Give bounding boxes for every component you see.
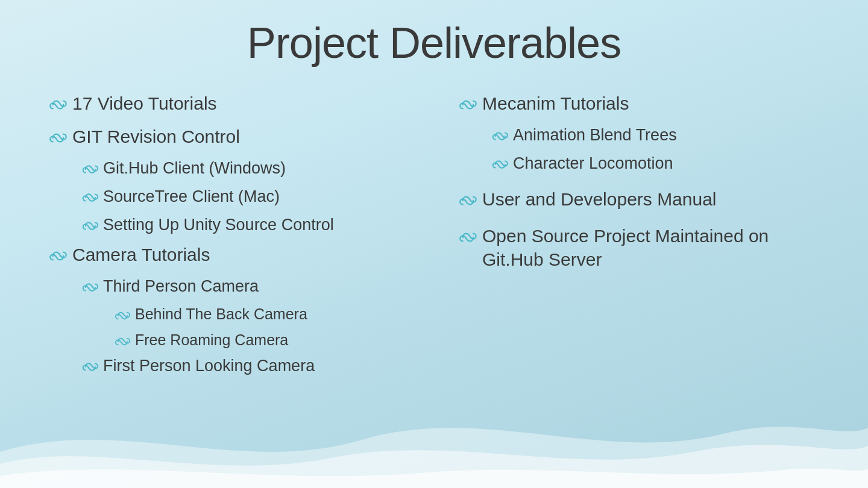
item-label: User and Developers Manual xyxy=(482,187,717,211)
list-item: Behind The Back Camera xyxy=(115,304,410,325)
item-label: Character Locomotion xyxy=(513,153,673,174)
list-item: User and Developers Manual xyxy=(458,187,820,212)
list-item: SourceTree Client (Mac) xyxy=(81,186,410,208)
list-item: Open Source Project Maintained on Git.Hu… xyxy=(458,224,820,271)
loop-icon xyxy=(81,159,98,180)
item-label: 17 Video Tutorials xyxy=(72,92,217,115)
loop-icon xyxy=(81,187,98,208)
loop-icon xyxy=(48,93,68,116)
loop-icon xyxy=(491,154,508,175)
loop-icon xyxy=(491,126,508,147)
loop-icon xyxy=(48,244,68,267)
mecanim-group: Mecanim Tutorials Animation Blend Trees xyxy=(458,92,820,175)
list-item: Setting Up Unity Source Control xyxy=(81,214,410,237)
item-label: Free Roaming Camera xyxy=(135,330,288,350)
git-group: GIT Revision Control Git.Hub Client (Win… xyxy=(48,125,410,237)
loop-icon xyxy=(458,189,477,212)
two-column-layout: 17 Video Tutorials GIT Revision Control xyxy=(48,92,820,384)
list-item: Git.Hub Client (Windows) xyxy=(81,158,410,180)
list-item: GIT Revision Control xyxy=(48,125,410,149)
item-label: Open Source Project Maintained on Git.Hu… xyxy=(482,224,820,271)
list-item: Character Locomotion xyxy=(491,153,820,175)
slide-title: Project Deliverables xyxy=(48,18,820,67)
list-item: First Person Looking Camera xyxy=(81,355,410,378)
loop-icon xyxy=(81,216,98,237)
item-label: GIT Revision Control xyxy=(72,125,240,148)
list-item: Free Roaming Camera xyxy=(115,330,410,351)
item-label: Camera Tutorials xyxy=(72,243,210,266)
camera-group: Camera Tutorials Third Person Camera xyxy=(48,243,410,378)
item-label: Animation Blend Trees xyxy=(513,125,677,146)
list-item: Camera Tutorials xyxy=(48,243,410,267)
item-label: Behind The Back Camera xyxy=(135,304,307,324)
right-column: Mecanim Tutorials Animation Blend Trees xyxy=(434,92,820,280)
loop-icon xyxy=(81,357,98,378)
item-label: SourceTree Client (Mac) xyxy=(103,186,280,207)
loop-icon xyxy=(81,277,98,298)
loop-icon xyxy=(115,305,130,325)
left-column: 17 Video Tutorials GIT Revision Control xyxy=(48,92,434,384)
item-label: First Person Looking Camera xyxy=(103,355,315,377)
list-item: 17 Video Tutorials xyxy=(48,92,410,116)
loop-icon xyxy=(115,331,130,351)
list-item: Third Person Camera xyxy=(81,276,410,298)
list-item: Mecanim Tutorials xyxy=(458,92,820,116)
item-label: Git.Hub Client (Windows) xyxy=(103,158,286,179)
list-item: Animation Blend Trees xyxy=(491,125,820,147)
slide-content: Project Deliverables 17 Video Tutorials xyxy=(0,0,868,396)
loop-icon xyxy=(48,126,68,149)
item-label: Mecanim Tutorials xyxy=(482,92,629,115)
item-label: Third Person Camera xyxy=(103,276,259,297)
item-label: Setting Up Unity Source Control xyxy=(103,214,334,236)
loop-icon xyxy=(458,225,477,249)
loop-icon xyxy=(458,93,477,116)
